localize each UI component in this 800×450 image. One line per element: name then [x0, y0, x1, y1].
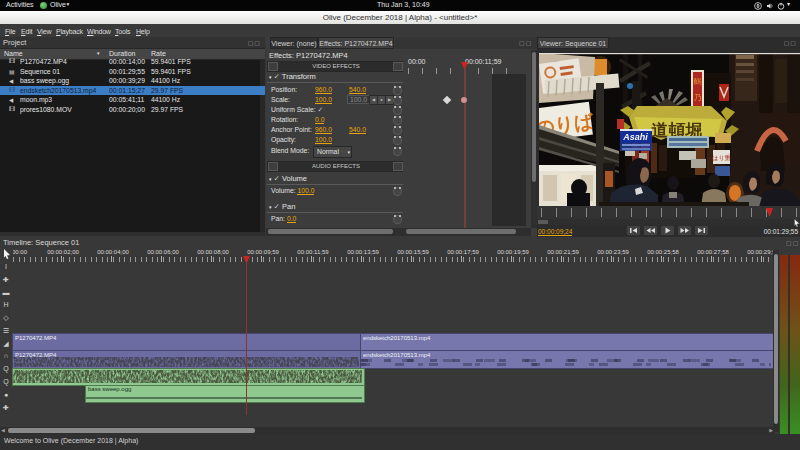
svg-text:鶴: 鶴	[694, 77, 702, 86]
svg-text:はり重: はり重	[712, 154, 730, 162]
svg-text:Asahi: Asahi	[622, 132, 648, 142]
svg-text:乃: 乃	[694, 93, 702, 102]
